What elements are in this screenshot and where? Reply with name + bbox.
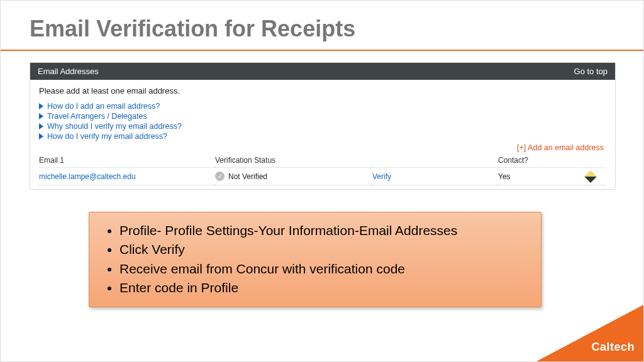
go-to-top-link[interactable]: Go to top <box>574 67 608 76</box>
col-status: Verification Status <box>215 153 372 168</box>
triangle-icon <box>39 113 43 119</box>
col-contact: Contact? <box>498 153 586 168</box>
status-text: Not Verified <box>228 172 267 181</box>
instruction-item: Click Verify <box>119 240 526 259</box>
triangle-icon <box>39 123 43 129</box>
help-item: Why should I verify my email address? <box>39 122 606 131</box>
col-verify <box>372 153 498 168</box>
contact-cell: Yes <box>498 168 586 185</box>
help-link-how[interactable]: How do I verify my email address? <box>47 132 167 141</box>
divider <box>1 50 643 51</box>
check-icon: ✓ <box>215 172 225 181</box>
help-item: How do I add an email address? <box>39 102 606 111</box>
help-item: Travel Arrangers / Delegates <box>39 112 606 121</box>
help-link-add[interactable]: How do I add an email address? <box>47 102 160 111</box>
panel-prompt: Please add at least one email address. <box>39 86 606 96</box>
col-email: Email 1 <box>39 153 215 168</box>
instruction-list: Profile- Profile Settings-Your Informati… <box>104 221 526 298</box>
email-table: Email 1 Verification Status Contact? mic… <box>39 153 606 185</box>
slide: Email Verification for Receipts Email Ad… <box>0 0 644 362</box>
panel-body: Please add at least one email address. H… <box>30 80 615 189</box>
email-value[interactable]: michelle.lampe@caltech.edu <box>39 168 215 185</box>
status-cell: ✓ Not Verified <box>215 168 372 185</box>
verify-link[interactable]: Verify <box>372 172 391 181</box>
add-email-link[interactable]: [+] Add an email address <box>517 143 604 152</box>
help-link-delegates[interactable]: Travel Arrangers / Delegates <box>47 112 147 121</box>
brand-logo: Caltech <box>591 341 635 354</box>
help-link-why[interactable]: Why should I verify my email address? <box>47 122 182 131</box>
add-row: [+] Add an email address <box>39 143 606 152</box>
triangle-icon <box>39 103 43 109</box>
verify-cell: Verify <box>372 168 498 185</box>
instruction-item: Enter code in Profile <box>119 278 526 297</box>
page-title: Email Verification for Receipts <box>1 1 643 50</box>
edit-cell <box>586 168 605 185</box>
instruction-item: Receive email from Concur with verificat… <box>119 260 526 278</box>
pencil-icon[interactable] <box>584 170 597 183</box>
help-item: How do I verify my email address? <box>39 132 606 141</box>
triangle-icon <box>39 133 43 140</box>
help-links: How do I add an email address? Travel Ar… <box>39 102 606 141</box>
email-panel: Email Addresses Go to top Please add at … <box>30 62 616 190</box>
panel-header: Email Addresses Go to top <box>30 63 615 80</box>
panel-title: Email Addresses <box>38 67 99 76</box>
instruction-callout: Profile- Profile Settings-Your Informati… <box>89 212 541 307</box>
instruction-item: Profile- Profile Settings-Your Informati… <box>119 221 526 240</box>
col-actions <box>586 153 605 168</box>
